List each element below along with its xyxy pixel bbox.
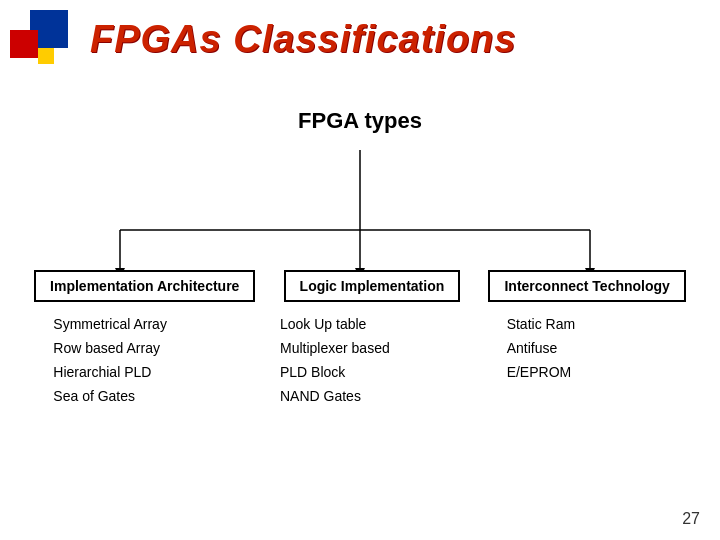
list-item: Hierarchial PLD xyxy=(53,364,213,380)
page-title: FPGAs Classifications xyxy=(90,18,516,61)
list-item: PLD Block xyxy=(280,364,440,380)
list-item: Antifuse xyxy=(507,340,667,356)
category-boxes: Implementation Architecture Logic Implem… xyxy=(0,270,720,302)
page-number: 27 xyxy=(682,510,700,528)
lists-container: Symmetrical Array Row based Array Hierar… xyxy=(0,316,720,404)
list-item: Multiplexer based xyxy=(280,340,440,356)
list-item: Symmetrical Array xyxy=(53,316,213,332)
logo xyxy=(10,10,80,80)
list-interconnect: Static Ram Antifuse E/EPROM xyxy=(507,316,667,404)
list-item: Static Ram xyxy=(507,316,667,332)
list-logic: Look Up table Multiplexer based PLD Bloc… xyxy=(280,316,440,404)
list-item: Sea of Gates xyxy=(53,388,213,404)
logo-block-yellow xyxy=(38,48,54,64)
list-item: Row based Array xyxy=(53,340,213,356)
cat-box-implementation: Implementation Architecture xyxy=(34,270,255,302)
list-implementation: Symmetrical Array Row based Array Hierar… xyxy=(53,316,213,404)
list-item: E/EPROM xyxy=(507,364,667,380)
list-item: Look Up table xyxy=(280,316,440,332)
cat-box-logic: Logic Implementation xyxy=(284,270,461,302)
logo-block-red xyxy=(10,30,38,58)
list-item: NAND Gates xyxy=(280,388,440,404)
cat-box-interconnect: Interconnect Technology xyxy=(488,270,685,302)
